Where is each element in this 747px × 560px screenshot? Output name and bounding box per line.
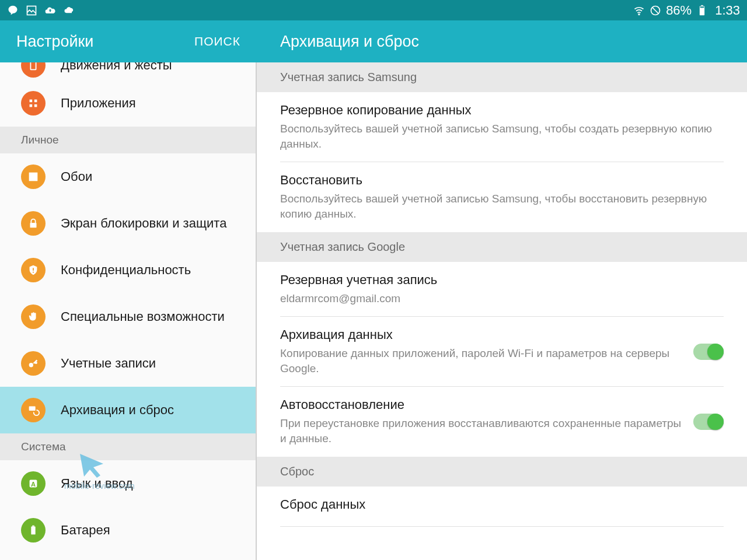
privacy-icon [21, 258, 46, 282]
item-title: Архивация данных [280, 327, 682, 342]
cloud-upload-icon [44, 5, 56, 16]
section-google-account: Учетная запись Google [257, 232, 747, 262]
svg-rect-15 [33, 268, 34, 271]
item-title: Автовосстановление [280, 397, 682, 412]
key-icon [21, 351, 46, 376]
sidebar-item-wallpaper[interactable]: Обои [0, 153, 256, 200]
wifi-icon [633, 5, 645, 16]
sidebar-item-label: Язык и ввод [61, 476, 133, 491]
item-restore[interactable]: Восстановить Воспользуйтесь вашей учетно… [280, 162, 724, 232]
svg-rect-12 [34, 104, 37, 107]
svg-rect-0 [11, 8, 13, 10]
settings-title: Настройки [16, 33, 194, 51]
svg-rect-1 [13, 8, 15, 10]
svg-rect-22 [32, 526, 34, 527]
language-icon: A [21, 471, 46, 496]
sidebar-item-label: Приложения [61, 96, 136, 111]
battery-percent: 86% [666, 3, 692, 18]
backup-reset-icon [21, 398, 46, 422]
lock-icon [21, 211, 46, 236]
item-reset-data[interactable]: Сброс данных [280, 487, 724, 527]
clock-time: 1:33 [715, 3, 740, 18]
item-subtitle: eldarmrcom@gmail.com [280, 291, 724, 306]
svg-rect-7 [700, 6, 704, 8]
item-title: Сброс данных [280, 497, 724, 512]
sidebar-item-label: Учетные записи [61, 356, 156, 371]
autorestore-toggle[interactable] [693, 414, 724, 430]
archive-toggle[interactable] [693, 344, 724, 360]
svg-rect-21 [31, 527, 35, 535]
svg-rect-18 [29, 407, 36, 411]
item-subtitle: Воспользуйтесь вашей учетной записью Sam… [280, 121, 724, 151]
apps-icon [21, 91, 46, 116]
item-subtitle: При переустановке приложения восстанавли… [280, 416, 682, 446]
battery-menu-icon [21, 518, 46, 542]
item-title: Резервная учетная запись [280, 272, 724, 288]
sidebar-item-lockscreen[interactable]: Экран блокировки и защита [0, 200, 256, 247]
app-header: Настройки ПОИСК Архивация и сброс [0, 20, 747, 62]
svg-rect-9 [30, 100, 33, 103]
item-archive-data[interactable]: Архивация данных Копирование данных прил… [280, 317, 724, 387]
search-button[interactable]: ПОИСК [194, 34, 240, 48]
wallpaper-icon [21, 164, 46, 189]
gallery-icon [26, 5, 37, 16]
svg-point-17 [29, 363, 33, 367]
no-disturb-icon [650, 5, 661, 16]
item-autorestore[interactable]: Автовосстановление При переустановке при… [280, 387, 724, 456]
sidebar-section-personal: Личное [0, 127, 256, 153]
hangouts-icon [7, 5, 19, 16]
svg-rect-8 [30, 62, 36, 69]
sidebar-item-label: Специальные возможности [61, 309, 225, 324]
status-bar: 86% 1:33 [0, 0, 747, 20]
motion-icon [21, 62, 46, 78]
section-reset: Сброс [257, 457, 747, 487]
sidebar-item-label: Батарея [61, 523, 110, 538]
item-backup-account[interactable]: Резервная учетная запись eldarmrcom@gmai… [280, 262, 724, 317]
settings-sidebar[interactable]: Движения и жесты Приложения Личное Обои … [0, 62, 257, 560]
sidebar-item-backup-reset[interactable]: Архивация и сброс [0, 387, 256, 433]
svg-rect-6 [701, 5, 703, 6]
svg-point-3 [638, 13, 640, 15]
item-title: Резервное копирование данных [280, 103, 724, 118]
item-backup-data[interactable]: Резервное копирование данных Воспользуйт… [280, 92, 724, 162]
svg-rect-10 [34, 100, 37, 103]
hand-icon [21, 304, 46, 329]
sidebar-section-system: Система [0, 433, 256, 460]
sidebar-item-privacy[interactable]: Конфиденциальность [0, 247, 256, 293]
svg-text:A: A [31, 481, 36, 488]
detail-title: Архивация и сброс [280, 33, 419, 51]
item-subtitle: Воспользуйтесь вашей учетной записью Sam… [280, 191, 724, 221]
sidebar-item-label: Экран блокировки и защита [61, 216, 226, 231]
section-samsung-account: Учетная запись Samsung [257, 62, 747, 92]
item-subtitle: Копирование данных приложений, паролей W… [280, 346, 682, 376]
onedrive-icon [63, 5, 75, 16]
sidebar-item-apps[interactable]: Приложения [0, 80, 256, 127]
sidebar-item-accessibility[interactable]: Специальные возможности [0, 293, 256, 340]
sidebar-item-label: Движения и жесты [61, 62, 172, 73]
sidebar-item-label: Обои [61, 169, 92, 184]
sidebar-item-battery[interactable]: Батарея [0, 507, 256, 554]
svg-rect-16 [33, 272, 34, 273]
sidebar-item-language[interactable]: A Язык и ввод [0, 460, 256, 507]
svg-rect-14 [30, 223, 37, 228]
item-title: Восстановить [280, 173, 724, 188]
sidebar-item-label: Конфиденциальность [61, 262, 191, 278]
detail-pane[interactable]: Учетная запись Samsung Резервное копиров… [257, 62, 747, 560]
svg-rect-11 [30, 104, 33, 107]
sidebar-item-motions[interactable]: Движения и жесты [0, 62, 256, 80]
battery-icon [696, 5, 708, 16]
sidebar-item-label: Архивация и сброс [61, 402, 174, 418]
sidebar-item-accounts[interactable]: Учетные записи [0, 340, 256, 387]
